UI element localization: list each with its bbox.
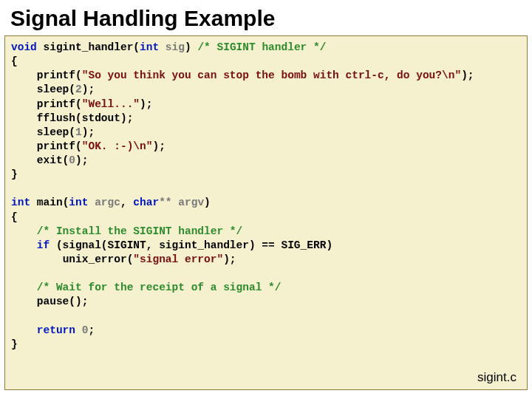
indent [11,253,63,265]
indent [11,324,37,336]
semi: ); [461,69,474,81]
indent [11,98,37,110]
paren: ( [133,41,140,53]
semi: ); [82,126,95,138]
indent [11,140,37,152]
indent [11,83,37,95]
num: 2 [75,83,82,95]
num: 0 [69,154,75,166]
fn-printf: printf( [37,140,82,152]
fn-fflush: fflush(stdout); [37,112,134,124]
indent [11,225,37,237]
comma: , [120,197,133,208]
indent [11,282,37,293]
paren: ) [185,41,197,53]
kw-void: void [11,41,37,53]
brace: { [11,55,18,67]
kw-char: char [133,197,159,208]
semi: ); [140,98,152,110]
fn-pause: pause(); [37,296,89,307]
fn-sleep: sleep( [37,83,75,95]
kw-if: if [37,239,56,251]
string: "So you think you can stop the bomb with… [82,69,461,81]
indent [11,296,37,307]
kw-return: return [37,324,82,336]
arg-argv: ** argv [159,197,204,208]
comment: /* Install the SIGINT handler */ [37,225,242,237]
brace: } [11,338,24,350]
string: "Well..." [82,98,140,110]
brace: } [11,168,18,180]
fn-main: main [30,197,63,208]
comment: /* SIGINT handler */ [197,41,326,53]
filename-label: sigint.c [477,370,516,385]
fn-exit: exit( [37,154,69,166]
semi: ); [223,253,236,265]
semi: ); [75,154,88,166]
fn-sleep: sleep( [37,126,75,138]
string: "OK. :-)\n" [82,140,153,152]
string: "signal error" [133,253,223,265]
code-box: void sigint_handler(int sig) /* SIGINT h… [4,35,528,390]
fn-printf: printf( [37,98,82,110]
code-listing: void sigint_handler(int sig) /* SIGINT h… [11,41,521,352]
cond: (signal(SIGINT, sigint_handler) == SIG_E… [56,239,332,251]
indent [11,69,37,81]
kw-int: int [11,197,30,208]
brace: { [11,211,18,223]
kw-int: int [140,41,159,53]
arg-sig: sig [159,41,185,53]
indent [11,154,37,166]
fn-printf: printf( [37,69,82,81]
indent [11,239,37,251]
indent [11,126,37,138]
semi: ; [88,324,95,336]
fn-sigint-handler: sigint_handler [37,41,134,53]
indent [11,112,37,124]
fn-unix-error: unix_error( [63,253,134,265]
kw-int: int [69,197,88,208]
slide-title: Signal Handling Example [0,0,532,35]
semi: ); [152,140,165,152]
arg-argc: argc [88,197,120,208]
semi: ); [82,83,95,95]
comment: /* Wait for the receipt of a signal */ [37,282,282,293]
paren: ) [204,197,211,208]
num: 1 [75,126,82,138]
